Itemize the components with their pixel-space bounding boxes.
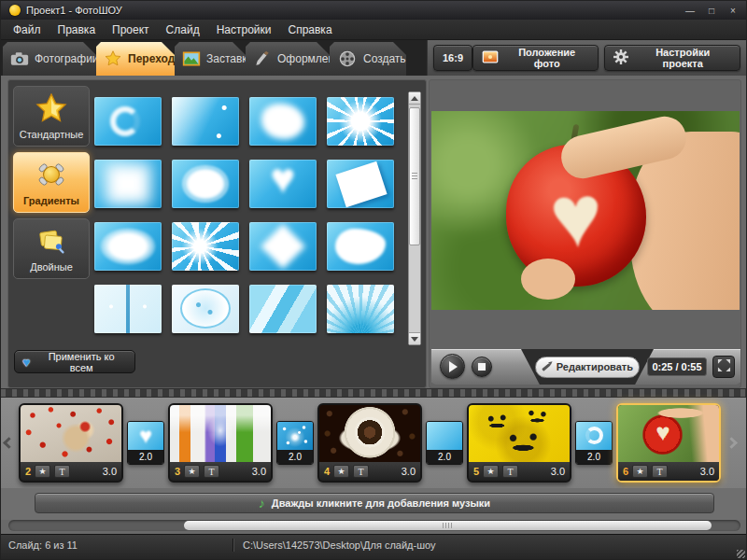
timeline-scroll-right[interactable] <box>725 415 738 471</box>
maximize-button[interactable]: □ <box>704 5 719 17</box>
transition-thumb-burst[interactable] <box>327 285 394 333</box>
text-chip[interactable]: T <box>502 465 518 478</box>
transition-thumb-starburst[interactable] <box>327 97 394 146</box>
music-area: ♪ Дважды кликните для добавления музыки <box>1 488 747 520</box>
close-button[interactable]: × <box>726 5 740 17</box>
heart-icon: ♥ <box>22 355 30 370</box>
hscroll-thumb[interactable] <box>184 521 711 530</box>
timeline-slide-5[interactable]: 5 ★ T 3.0 <box>467 403 571 483</box>
transition-thumb-prism[interactable] <box>249 285 317 333</box>
transition-thumb-splash[interactable] <box>249 97 317 146</box>
star-chip[interactable]: ★ <box>483 465 499 478</box>
menu-item-settings[interactable]: Настройки <box>208 21 280 38</box>
text-chip[interactable]: T <box>54 465 70 478</box>
apply-to-all-button[interactable]: ♥ Применить ко всем <box>14 350 135 373</box>
tab-decoration[interactable]: Оформление <box>246 42 330 76</box>
film-reel-icon <box>337 49 358 68</box>
menu-item-help[interactable]: Справка <box>279 21 340 38</box>
photo-frame-icon <box>482 50 499 65</box>
project-settings-button[interactable]: Настройки проекта <box>604 45 740 71</box>
scroll-up-button[interactable] <box>409 92 420 105</box>
slide-duration: 3.0 <box>103 466 117 477</box>
window-controls: — □ × <box>683 5 740 17</box>
photo-position-button[interactable]: Положение фото <box>472 45 599 71</box>
gear-icon <box>613 49 628 66</box>
star-chip[interactable]: ★ <box>333 465 349 478</box>
category-double[interactable]: Двойные <box>13 218 90 279</box>
timeline-slide-4[interactable]: 4 ★ T 3.0 <box>317 403 422 483</box>
menu-item-file[interactable]: Файл <box>5 21 49 38</box>
resize-grip[interactable] <box>737 550 745 558</box>
slide-counter: Слайд: 6 из 11 <box>1 539 233 551</box>
category-standard[interactable]: Стандартные <box>13 86 90 147</box>
play-button[interactable] <box>440 354 465 379</box>
transition-preview <box>576 422 612 450</box>
transition-thumb-mist[interactable] <box>172 97 239 146</box>
arrow-up-icon <box>411 96 418 101</box>
vertical-scrollbar[interactable] <box>408 91 421 345</box>
timeline-slide-6[interactable]: ♥ 6 ★ T 3.0 <box>616 403 721 483</box>
transition-thumb-glow[interactable] <box>94 160 162 208</box>
timeline-transition-spiral[interactable]: 2.0 <box>575 421 613 465</box>
star-badge-icon <box>35 93 67 127</box>
slide-photo-bird-berries <box>21 405 121 462</box>
timeline-scroll-left[interactable] <box>2 415 15 471</box>
transition-thumb-oval[interactable] <box>94 222 162 271</box>
transition-thumb-globe[interactable] <box>172 285 239 333</box>
tab-photos[interactable]: Фотографии <box>3 42 96 76</box>
menu-item-edit[interactable]: Правка <box>49 21 105 38</box>
minimize-button[interactable]: — <box>683 5 698 17</box>
transition-preview <box>128 422 163 450</box>
slide-duration: 3.0 <box>700 466 714 477</box>
chevron-right-icon <box>726 437 738 449</box>
star-chip[interactable]: ★ <box>35 465 50 478</box>
stop-button[interactable] <box>472 357 492 377</box>
tab-transitions[interactable]: Переходы <box>96 42 175 76</box>
scroll-down-button[interactable] <box>409 332 420 344</box>
timeline-slide-3[interactable]: 3 ★ T 3.0 <box>168 403 273 483</box>
time-display: 0:25 / 0:55 <box>647 357 707 376</box>
timeline-transition-sparkle[interactable]: 2.0 <box>276 421 314 465</box>
transition-thumb-scribble[interactable] <box>172 160 239 208</box>
fullscreen-button[interactable] <box>712 356 735 378</box>
transition-thumb-heart[interactable] <box>249 160 317 208</box>
slide-number: 2 <box>25 466 31 477</box>
text-chip[interactable]: T <box>204 465 219 478</box>
menu-item-project[interactable]: Проект <box>104 21 158 38</box>
text-chip[interactable]: T <box>353 465 369 478</box>
music-note-icon: ♪ <box>259 496 265 511</box>
timeline-transition-gradient[interactable]: 2.0 <box>426 421 463 465</box>
pencil-icon <box>542 363 550 371</box>
tab-create[interactable]: Создать <box>330 42 406 76</box>
app-logo-icon <box>9 5 21 16</box>
transition-thumb-split[interactable] <box>94 285 162 333</box>
picture-icon <box>182 49 201 68</box>
transition-thumb-spiral[interactable] <box>94 97 162 146</box>
preview-panel: Редактировать 0:25 / 0:55 <box>429 79 741 388</box>
camera-icon <box>10 49 29 68</box>
edit-button[interactable]: Редактировать <box>535 357 640 378</box>
slide-duration: 3.0 <box>252 466 266 477</box>
star-chip[interactable]: ★ <box>184 465 200 478</box>
menu-item-slide[interactable]: Слайд <box>158 21 208 38</box>
star-chip[interactable]: ★ <box>632 465 648 478</box>
timeline-slide-2[interactable]: 2 ★ T 3.0 <box>19 403 123 483</box>
scrollbar-thumb[interactable] <box>409 107 420 245</box>
preview-image <box>431 111 740 310</box>
transition-thumb-sheet[interactable] <box>327 160 394 208</box>
transition-thumb-diamond[interactable] <box>249 222 317 271</box>
aspect-ratio-button[interactable]: 16:9 <box>433 45 472 71</box>
category-gradients[interactable]: Градиенты <box>13 152 90 213</box>
timeline-transition-heart[interactable]: 2.0 <box>127 421 164 465</box>
add-music-bar[interactable]: ♪ Дважды кликните для добавления музыки <box>35 493 714 513</box>
brush-icon <box>253 49 272 68</box>
star-icon <box>104 49 122 68</box>
slide-duration: 3.0 <box>402 466 416 477</box>
transition-thumb-fan[interactable] <box>172 222 239 271</box>
transition-thumb-splat[interactable] <box>327 222 394 271</box>
text-chip[interactable]: T <box>652 465 668 478</box>
slide-number: 6 <box>623 466 628 477</box>
horizontal-scrollbar[interactable] <box>8 520 740 531</box>
tab-titles[interactable]: Заставки <box>175 42 246 76</box>
edit-tab: Редактировать <box>521 349 654 385</box>
